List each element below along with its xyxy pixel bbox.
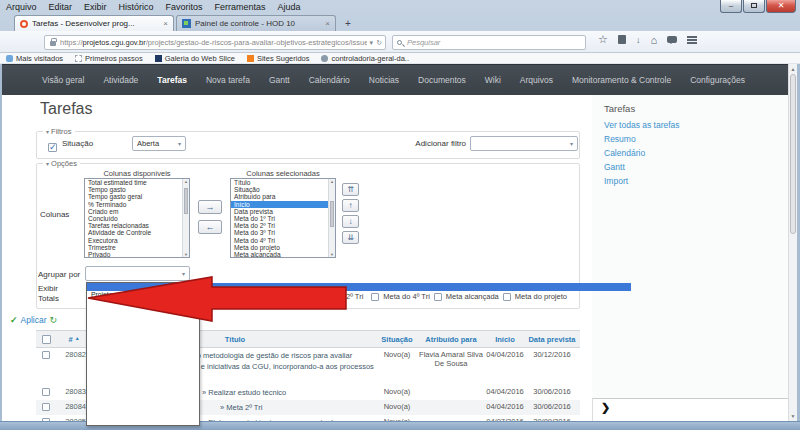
bookmarks-panel-icon[interactable] [618, 35, 626, 44]
bookmark-favicon-icon [321, 55, 328, 62]
scroll-up-icon[interactable]: ▲ [789, 66, 797, 72]
select-all-checkbox[interactable] [42, 335, 51, 344]
menu-item[interactable]: Histórico [119, 2, 154, 12]
listbox-option[interactable]: Situação [231, 186, 328, 193]
listbox-option[interactable]: Executora [85, 237, 182, 244]
listbox-option[interactable]: Meta do 3º Tri [231, 229, 328, 236]
options-legend[interactable]: ▾ Opções [43, 159, 80, 168]
tab-painel-controle[interactable]: Painel de controle - HOD 10 × [176, 15, 336, 31]
nav-item[interactable]: Monitoramento & Controle [572, 75, 671, 85]
url-bar[interactable]: https://projetos.cgu.gov.br/projects/ges… [44, 35, 386, 50]
add-column-button[interactable]: → [198, 200, 222, 214]
search-bar[interactable]: Pesquisar [392, 35, 586, 50]
nav-item[interactable]: Configurações [690, 75, 745, 85]
listbox-option[interactable]: Tempo gasto geral [85, 193, 182, 200]
nav-item[interactable]: Documentos [418, 75, 466, 85]
sidebar-link[interactable]: Gantt [604, 162, 788, 172]
clear-reload-icon[interactable]: ↻ [50, 315, 58, 325]
maximize-button[interactable] [743, 0, 765, 13]
remove-column-button[interactable]: ← [198, 220, 222, 234]
listbox-option[interactable]: % Terminado [85, 201, 182, 208]
row-checkbox[interactable] [42, 403, 50, 411]
browser-scrollbar[interactable]: ▲ ▼ [788, 64, 797, 421]
bookmark-item[interactable]: Mais visitados [6, 54, 63, 63]
move-bottom-button[interactable]: ⇊ [342, 231, 359, 244]
new-tab-button[interactable]: + [340, 18, 356, 30]
bookmark-item[interactable]: Primeiros passos [75, 54, 143, 63]
tab-strip: Tarefas - Desenvolver prog... × Painel d… [0, 15, 800, 31]
listbox-option[interactable]: Concluído [85, 215, 182, 222]
reload-icon[interactable]: ↻ [376, 39, 382, 47]
menu-item[interactable]: Exibir [84, 2, 107, 12]
available-columns-listbox[interactable]: Total estimated timeTempo gastoTempo gas… [84, 178, 190, 258]
close-button[interactable]: ✕ [766, 0, 796, 13]
downloads-icon[interactable]: ↓ [636, 35, 641, 45]
listbox-option[interactable]: Meta do 2º Tri [231, 222, 328, 229]
menu-item[interactable]: Editar [49, 2, 73, 12]
scrollbar-thumb[interactable] [330, 201, 334, 227]
bookmark-item[interactable]: Galeria do Web Slice [155, 54, 235, 63]
menu-hamburger-icon[interactable] [687, 36, 697, 44]
menu-item[interactable]: Ferramentas [215, 2, 266, 12]
selected-columns-listbox[interactable]: TítuloSituaçãoAtribuído paraInícioData p… [230, 178, 336, 258]
listbox-option[interactable]: Total estimated time [85, 179, 182, 186]
listbox-option[interactable]: Tempo gasto [85, 186, 182, 193]
bookmark-item[interactable]: controladoria-geral-da.. [321, 54, 409, 63]
move-top-button[interactable]: ⇈ [342, 183, 359, 196]
nav-item[interactable]: Arquivos [520, 75, 553, 85]
row-checkbox[interactable] [42, 351, 50, 359]
menu-item[interactable]: Ajuda [278, 2, 301, 12]
listbox-option[interactable]: Tarefas relacionadas [85, 222, 182, 229]
situacao-operator-select[interactable]: Aberta▾ [132, 136, 186, 151]
tab-close-icon[interactable]: × [325, 19, 330, 28]
home-icon[interactable]: ⌂ [650, 34, 657, 46]
listbox-option[interactable]: Atividade de Controle [85, 229, 182, 236]
sidebar-link[interactable]: Import [604, 176, 788, 186]
add-filter-select[interactable]: ▾ [470, 136, 578, 151]
sidebar-link[interactable]: Ver todas as tarefas [604, 120, 788, 130]
sidebar-link[interactable]: Calendário [604, 148, 788, 158]
minimize-button[interactable]: – [720, 0, 742, 13]
tab-tarefas[interactable]: Tarefas - Desenvolver prog... × [14, 15, 174, 31]
scrollbar-thumb[interactable] [790, 74, 796, 234]
tab-close-icon[interactable]: × [163, 19, 168, 28]
listbox-option[interactable]: Criado em [85, 208, 182, 215]
nav-item[interactable]: Wiki [485, 75, 501, 85]
listbox-option[interactable]: Meta do projeto [231, 244, 328, 251]
url-dropdown-icon[interactable]: ▾ [370, 39, 374, 47]
listbox-option[interactable]: Privado [85, 251, 182, 258]
listbox-option[interactable]: Atribuído para [231, 193, 328, 200]
listbox-option[interactable]: Data prevista [231, 208, 328, 215]
chat-icon[interactable] [667, 36, 677, 43]
listbox-option[interactable]: Título [231, 179, 328, 186]
nav-item[interactable]: Calendário [309, 75, 350, 85]
listbox-option[interactable]: Trimestre [85, 244, 182, 251]
listbox-option[interactable]: Meta alcançada [231, 251, 328, 258]
nav-item[interactable]: Tarefas [157, 75, 187, 85]
listbox-scrollbar[interactable]: ▲▼ [182, 179, 189, 257]
hod-favicon-icon [182, 19, 191, 28]
row-checkbox[interactable] [42, 388, 50, 396]
bookmark-item[interactable]: Sites Sugeridos [247, 54, 310, 63]
nav-item[interactable]: Noticias [369, 75, 399, 85]
listbox-option[interactable]: Meta do 4º Tri [231, 237, 328, 244]
nav-item[interactable]: Visão geral [42, 75, 84, 85]
nav-item[interactable]: Atividade [103, 75, 138, 85]
situacao-filter-checkbox[interactable] [48, 143, 57, 152]
nav-item[interactable]: Gantt [269, 75, 290, 85]
menu-item[interactable]: Arquivo [6, 2, 37, 12]
filters-legend[interactable]: ▾ Filtros [43, 127, 75, 136]
listbox-scrollbar[interactable]: ▲▼ [328, 179, 335, 257]
move-up-button[interactable]: ↑ [342, 199, 359, 212]
bookmark-star-icon[interactable]: ☆ [598, 33, 608, 46]
menu-bar: ArquivoEditarExibirHistóricoFavoritosFer… [6, 2, 301, 12]
nav-item[interactable]: Nova tarefa [206, 75, 250, 85]
sidebar-link[interactable]: Resumo [604, 134, 788, 144]
scroll-down-icon[interactable]: ▼ [789, 413, 797, 419]
listbox-option[interactable]: Meta do 1º Tri [231, 215, 328, 222]
listbox-option[interactable]: Início [231, 201, 328, 208]
apply-link[interactable]: Aplicar [21, 315, 47, 325]
move-down-button[interactable]: ↓ [342, 215, 359, 228]
menu-item[interactable]: Favoritos [166, 2, 203, 12]
scrollbar-thumb[interactable] [184, 188, 188, 214]
